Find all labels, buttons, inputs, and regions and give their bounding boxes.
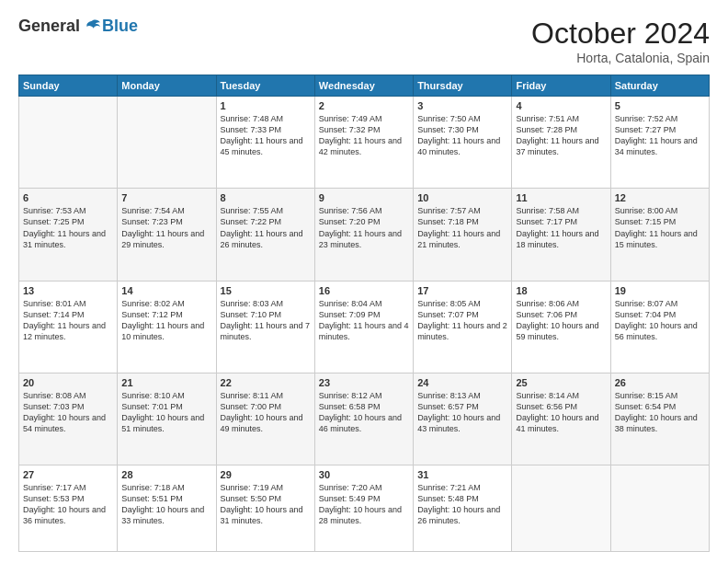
day-number: 25	[516, 377, 606, 388]
day-info: Sunrise: 8:12 AMSunset: 6:58 PMDaylight:…	[319, 390, 409, 435]
day-info: Sunrise: 8:07 AMSunset: 7:04 PMDaylight:…	[615, 298, 705, 343]
day-info: Sunrise: 8:03 AMSunset: 7:10 PMDaylight:…	[221, 298, 311, 343]
day-number: 19	[615, 285, 705, 296]
day-info: Sunrise: 7:48 AMSunset: 7:33 PMDaylight:…	[221, 113, 311, 158]
table-row: 11Sunrise: 7:58 AMSunset: 7:17 PMDayligh…	[512, 189, 610, 281]
day-number: 5	[615, 100, 705, 111]
day-number: 12	[615, 192, 705, 203]
table-row: 25Sunrise: 8:14 AMSunset: 6:56 PMDayligh…	[512, 373, 610, 465]
day-info: Sunrise: 8:00 AMSunset: 7:15 PMDaylight:…	[615, 205, 705, 250]
table-row: 1Sunrise: 7:48 AMSunset: 7:33 PMDaylight…	[216, 97, 314, 189]
day-info: Sunrise: 7:19 AMSunset: 5:50 PMDaylight:…	[221, 482, 311, 527]
day-number: 20	[23, 377, 113, 388]
day-number: 23	[319, 377, 409, 388]
day-info: Sunrise: 7:54 AMSunset: 7:23 PMDaylight:…	[121, 205, 211, 250]
col-saturday: Saturday	[610, 75, 709, 97]
day-info: Sunrise: 7:51 AMSunset: 7:28 PMDaylight:…	[516, 113, 606, 158]
day-info: Sunrise: 8:01 AMSunset: 7:14 PMDaylight:…	[23, 298, 113, 343]
day-info: Sunrise: 8:08 AMSunset: 7:03 PMDaylight:…	[23, 390, 113, 435]
day-info: Sunrise: 8:10 AMSunset: 7:01 PMDaylight:…	[121, 390, 211, 435]
table-row: 17Sunrise: 8:05 AMSunset: 7:07 PMDayligh…	[414, 281, 512, 373]
table-row: 31Sunrise: 7:21 AMSunset: 5:48 PMDayligh…	[414, 465, 512, 552]
day-number: 28	[121, 469, 211, 480]
day-number: 27	[23, 469, 113, 480]
day-info: Sunrise: 7:57 AMSunset: 7:18 PMDaylight:…	[417, 205, 507, 250]
day-info: Sunrise: 8:05 AMSunset: 7:07 PMDaylight:…	[417, 298, 507, 343]
table-row: 2Sunrise: 7:49 AMSunset: 7:32 PMDaylight…	[314, 97, 413, 189]
day-number: 30	[319, 469, 409, 480]
table-row: 13Sunrise: 8:01 AMSunset: 7:14 PMDayligh…	[19, 281, 118, 373]
header: General Blue October 2024 Horta, Catalon…	[18, 17, 710, 65]
day-number: 26	[615, 377, 705, 388]
day-info: Sunrise: 7:17 AMSunset: 5:53 PMDaylight:…	[23, 482, 113, 527]
table-row	[512, 465, 610, 552]
calendar-week-row: 27Sunrise: 7:17 AMSunset: 5:53 PMDayligh…	[19, 465, 710, 552]
location: Horta, Catalonia, Spain	[531, 51, 710, 65]
table-row: 15Sunrise: 8:03 AMSunset: 7:10 PMDayligh…	[216, 281, 314, 373]
day-number: 4	[516, 100, 606, 111]
day-number: 21	[121, 377, 211, 388]
day-number: 13	[23, 285, 113, 296]
header-row: Sunday Monday Tuesday Wednesday Thursday…	[19, 75, 710, 97]
day-info: Sunrise: 7:50 AMSunset: 7:30 PMDaylight:…	[417, 113, 507, 158]
col-sunday: Sunday	[19, 75, 118, 97]
day-info: Sunrise: 8:02 AMSunset: 7:12 PMDaylight:…	[121, 298, 211, 343]
table-row: 6Sunrise: 7:53 AMSunset: 7:25 PMDaylight…	[19, 189, 118, 281]
table-row: 4Sunrise: 7:51 AMSunset: 7:28 PMDaylight…	[512, 97, 610, 189]
table-row: 7Sunrise: 7:54 AMSunset: 7:23 PMDaylight…	[118, 189, 216, 281]
day-info: Sunrise: 8:06 AMSunset: 7:06 PMDaylight:…	[516, 298, 606, 343]
table-row: 24Sunrise: 8:13 AMSunset: 6:57 PMDayligh…	[414, 373, 512, 465]
table-row	[118, 97, 216, 189]
logo: General Blue	[18, 17, 138, 36]
table-row: 27Sunrise: 7:17 AMSunset: 5:53 PMDayligh…	[19, 465, 118, 552]
table-row: 20Sunrise: 8:08 AMSunset: 7:03 PMDayligh…	[19, 373, 118, 465]
table-row: 22Sunrise: 8:11 AMSunset: 7:00 PMDayligh…	[216, 373, 314, 465]
calendar-week-row: 20Sunrise: 8:08 AMSunset: 7:03 PMDayligh…	[19, 373, 710, 465]
month-title: October 2024	[531, 17, 710, 51]
day-number: 2	[319, 100, 409, 111]
day-number: 10	[417, 192, 507, 203]
day-info: Sunrise: 7:49 AMSunset: 7:32 PMDaylight:…	[319, 113, 409, 158]
table-row: 10Sunrise: 7:57 AMSunset: 7:18 PMDayligh…	[414, 189, 512, 281]
logo-general: General	[18, 17, 80, 36]
day-number: 14	[121, 285, 211, 296]
table-row: 16Sunrise: 8:04 AMSunset: 7:09 PMDayligh…	[314, 281, 413, 373]
day-number: 9	[319, 192, 409, 203]
calendar-week-row: 13Sunrise: 8:01 AMSunset: 7:14 PMDayligh…	[19, 281, 710, 373]
title-area: October 2024 Horta, Catalonia, Spain	[531, 17, 710, 65]
col-monday: Monday	[118, 75, 216, 97]
day-number: 11	[516, 192, 606, 203]
table-row: 26Sunrise: 8:15 AMSunset: 6:54 PMDayligh…	[610, 373, 709, 465]
table-row: 12Sunrise: 8:00 AMSunset: 7:15 PMDayligh…	[610, 189, 709, 281]
table-row: 18Sunrise: 8:06 AMSunset: 7:06 PMDayligh…	[512, 281, 610, 373]
col-tuesday: Tuesday	[216, 75, 314, 97]
col-friday: Friday	[512, 75, 610, 97]
day-number: 16	[319, 285, 409, 296]
table-row: 9Sunrise: 7:56 AMSunset: 7:20 PMDaylight…	[314, 189, 413, 281]
table-row: 28Sunrise: 7:18 AMSunset: 5:51 PMDayligh…	[118, 465, 216, 552]
logo-bird-icon	[84, 18, 100, 35]
day-number: 18	[516, 285, 606, 296]
logo-blue: Blue	[102, 17, 138, 36]
table-row: 30Sunrise: 7:20 AMSunset: 5:49 PMDayligh…	[314, 465, 413, 552]
col-thursday: Thursday	[414, 75, 512, 97]
table-row	[610, 465, 709, 552]
day-info: Sunrise: 8:13 AMSunset: 6:57 PMDaylight:…	[417, 390, 507, 435]
day-info: Sunrise: 8:15 AMSunset: 6:54 PMDaylight:…	[615, 390, 705, 435]
day-number: 22	[221, 377, 311, 388]
table-row: 21Sunrise: 8:10 AMSunset: 7:01 PMDayligh…	[118, 373, 216, 465]
table-row: 8Sunrise: 7:55 AMSunset: 7:22 PMDaylight…	[216, 189, 314, 281]
day-number: 15	[221, 285, 311, 296]
day-info: Sunrise: 7:58 AMSunset: 7:17 PMDaylight:…	[516, 205, 606, 250]
day-number: 29	[221, 469, 311, 480]
table-row: 14Sunrise: 8:02 AMSunset: 7:12 PMDayligh…	[118, 281, 216, 373]
calendar-week-row: 6Sunrise: 7:53 AMSunset: 7:25 PMDaylight…	[19, 189, 710, 281]
calendar-week-row: 1Sunrise: 7:48 AMSunset: 7:33 PMDaylight…	[19, 97, 710, 189]
day-number: 31	[417, 469, 507, 480]
calendar-table: Sunday Monday Tuesday Wednesday Thursday…	[18, 75, 710, 552]
day-number: 3	[417, 100, 507, 111]
day-info: Sunrise: 7:52 AMSunset: 7:27 PMDaylight:…	[615, 113, 705, 158]
day-number: 8	[221, 192, 311, 203]
day-info: Sunrise: 8:14 AMSunset: 6:56 PMDaylight:…	[516, 390, 606, 435]
table-row: 19Sunrise: 8:07 AMSunset: 7:04 PMDayligh…	[610, 281, 709, 373]
